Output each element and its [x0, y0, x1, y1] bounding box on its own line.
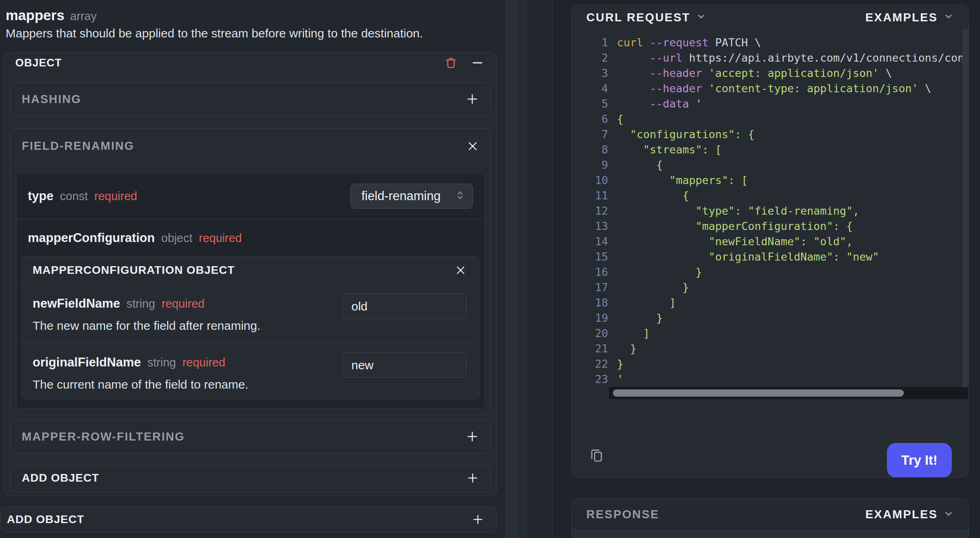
add-object-label: ADD OBJECT [22, 472, 99, 484]
code-horizontal-scrollbar [609, 387, 969, 399]
code-line: 5 --data ' [572, 96, 968, 112]
response-body-preview [572, 530, 968, 538]
response-title: RESPONSE [586, 508, 659, 521]
curl-panel-header: CURL REQUEST EXAMPLES [572, 5, 968, 29]
code-line: 4 --header 'content-type: application/js… [572, 81, 968, 96]
mapper-row-filtering-section[interactable]: MAPPER-ROW-FILTERING [10, 419, 491, 454]
new-field-name-label: newFieldName [33, 296, 120, 311]
code-line: 12 "type": "field-renaming", [572, 203, 968, 219]
type-select-value: field-renaming [361, 189, 440, 203]
original-field-name-label: originalFieldName [33, 355, 141, 370]
code-line: 3 --header 'accept: application/json' \ [572, 66, 968, 81]
code-line: 6{ [572, 112, 968, 127]
minus-icon [471, 56, 484, 70]
code-lines: 1curl --request PATCH \2 --url https://a… [572, 35, 968, 387]
hashing-section[interactable]: HASHING [10, 82, 491, 116]
code-line: 1curl --request PATCH \ [572, 35, 968, 50]
code-line: 18 ] [572, 295, 968, 310]
code-line: 17 } [572, 280, 968, 295]
response-title-wrap: RESPONSE [586, 508, 659, 521]
field-renaming-label: FIELD-RENAMING [22, 139, 134, 153]
mapper-configuration-card-title: MAPPERCONFIGURATION OBJECT [33, 264, 235, 277]
examples-label: EXAMPLES [865, 11, 938, 24]
try-it-button[interactable]: Try It! [887, 443, 952, 478]
column-divider [516, 0, 525, 538]
hashing-label: HASHING [22, 93, 81, 106]
curl-panel-footer: Try It! [572, 399, 968, 478]
mapper-configuration-card-header: MAPPERCONFIGURATION OBJECT [22, 257, 479, 283]
new-field-name-description: The new name for the field after renamin… [33, 319, 260, 333]
code-line: 16 } [572, 265, 968, 280]
curl-request-title: CURL REQUEST [586, 11, 690, 24]
right-column: CURL REQUEST EXAMPLES 1curl --request PA… [553, 0, 980, 538]
type-property-row: type const required field-renaming [17, 173, 484, 219]
original-field-name-section: originalFieldName string required The cu… [22, 342, 479, 399]
mapper-configuration-kind: object [161, 232, 192, 245]
mapper-configuration-name: mapperConfiguration [28, 231, 155, 245]
mapper-configuration-row: mapperConfiguration object required [17, 219, 484, 257]
add-object-button[interactable]: ADD OBJECT [10, 464, 491, 492]
mapper-configuration-card: MAPPERCONFIGURATION OBJECT newFieldName … [22, 257, 479, 399]
plus-icon[interactable] [471, 513, 484, 526]
curl-code-block: 1curl --request PATCH \2 --url https://a… [572, 29, 968, 387]
code-line: 13 "mapperConfiguration": { [572, 219, 968, 234]
delete-object-button[interactable] [444, 56, 458, 70]
type-property-required: required [94, 190, 137, 203]
code-line: 11 { [572, 188, 968, 203]
field-renaming-header[interactable]: FIELD-RENAMING [10, 129, 490, 163]
code-line: 20 ] [572, 326, 968, 341]
response-examples-label: EXAMPLES [865, 508, 938, 521]
code-vertical-scrollbar[interactable] [962, 29, 968, 387]
response-examples-dropdown[interactable]: EXAMPLES [865, 508, 954, 521]
field-renaming-card: FIELD-RENAMING type const required field… [10, 128, 491, 415]
code-line: 10 "mappers": [ [572, 173, 968, 188]
code-line: 15 "originalFieldName": "new" [572, 249, 968, 265]
original-field-name-description: The current name of the field to rename. [33, 378, 248, 391]
code-line: 21 } [572, 341, 968, 356]
mapper-configuration-required: required [199, 232, 242, 245]
code-line: 23' [572, 372, 968, 387]
field-renaming-body: type const required field-renaming mappe… [16, 173, 485, 409]
object-card-header: OBJECT [4, 53, 496, 73]
copy-icon [588, 447, 605, 464]
code-line: 8 "streams": [ [572, 142, 968, 157]
scrollbar-thumb[interactable] [613, 389, 904, 397]
collapse-object-button[interactable] [471, 56, 484, 70]
plus-icon[interactable] [465, 92, 479, 106]
original-field-name-input[interactable] [342, 352, 466, 378]
property-description: Mappers that should be applied to the st… [6, 27, 423, 40]
response-panel-header: RESPONSE EXAMPLES [572, 499, 968, 530]
new-field-name-input[interactable] [342, 294, 466, 319]
close-icon[interactable] [466, 140, 479, 153]
property-title: mappers [6, 7, 64, 23]
code-line: 2 --url https://api.airbyte.com/v1/conne… [572, 50, 968, 66]
response-panel: RESPONSE EXAMPLES [571, 499, 969, 538]
code-line: 9 { [572, 157, 968, 173]
curl-request-dropdown[interactable]: CURL REQUEST [586, 11, 706, 24]
property-type: array [70, 10, 97, 23]
object-card-title: OBJECT [15, 57, 62, 69]
plus-icon[interactable] [466, 472, 479, 484]
unfold-icon [454, 189, 466, 203]
code-line: 19 } [572, 310, 968, 326]
chevron-down-icon [943, 11, 954, 23]
new-field-name-section: newFieldName string required The new nam… [22, 283, 479, 342]
type-select[interactable]: field-renaming [351, 184, 473, 209]
type-property-name: type [28, 189, 54, 203]
page-title: mappers array [6, 7, 97, 23]
code-line: 22} [572, 356, 968, 372]
close-icon[interactable] [455, 264, 467, 276]
add-object-outer-label: ADD OBJECT [7, 513, 84, 526]
object-card: OBJECT HASHING FIELD- [4, 52, 497, 496]
copy-button[interactable] [588, 447, 605, 464]
add-object-outer-button[interactable]: ADD OBJECT [0, 507, 497, 532]
examples-dropdown[interactable]: EXAMPLES [865, 11, 954, 24]
plus-icon[interactable] [465, 430, 479, 443]
mapper-row-filtering-label: MAPPER-ROW-FILTERING [22, 430, 185, 443]
left-scrollbar-track[interactable] [506, 0, 516, 538]
trash-icon [444, 56, 458, 70]
code-line: 14 "newFieldName": "old", [572, 234, 968, 249]
chevron-down-icon [943, 509, 954, 521]
curl-request-panel: CURL REQUEST EXAMPLES 1curl --request PA… [571, 5, 969, 478]
code-line: 7 "configurations": { [572, 127, 968, 142]
